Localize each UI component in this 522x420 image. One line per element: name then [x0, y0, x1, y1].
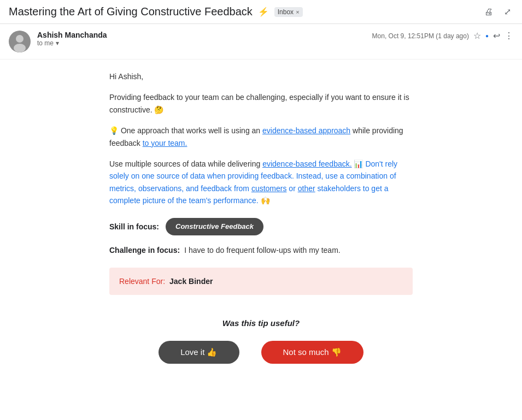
sender-row: Ashish Manchanda to me ▾ Mon, Oct 9, 12:… [0, 24, 522, 60]
open-icon[interactable]: ⤢ [501, 6, 513, 18]
inbox-label: Inbox [278, 8, 294, 16]
sender-name: Ashish Manchanda [37, 31, 366, 39]
reply-icon[interactable]: ↩ [493, 31, 500, 41]
skill-badge: Constructive Feedback [166, 218, 263, 236]
para2: 💡 One approach that works well is using … [109, 125, 413, 149]
greeting: Hi Ashish, [109, 70, 413, 82]
chevron-down-icon: ▾ [56, 39, 59, 47]
feedback-question: Was this tip useful? [109, 317, 413, 330]
skill-label: Skill in focus: [109, 221, 159, 233]
evidence-feedback-link[interactable]: evidence-based feedback. [262, 159, 351, 168]
skill-row: Skill in focus: Constructive Feedback [109, 218, 413, 236]
sender-date: Mon, Oct 9, 12:51PM (1 day ago) [372, 32, 469, 40]
email-body: Hi Ashish, Providing feedback to your te… [0, 60, 522, 391]
header-left: Mastering the Art of Giving Constructive… [9, 5, 303, 18]
para3: Use multiple sources of data while deliv… [109, 158, 413, 207]
evidence-link[interactable]: evidence-based approach [262, 126, 350, 135]
not-so-much-button[interactable]: Not so much 👎 [261, 341, 363, 364]
inbox-badge[interactable]: Inbox × [274, 7, 303, 17]
sender-row-right: Mon, Oct 9, 12:51PM (1 day ago) ☆ ● ↩ ⋮ [372, 31, 513, 41]
other-link[interactable]: other [298, 184, 315, 193]
email-title: Mastering the Art of Giving Constructive… [9, 5, 253, 18]
avatar [9, 31, 31, 52]
para1: Providing feedback to your team can be c… [109, 91, 413, 116]
star-icon[interactable]: ☆ [473, 31, 481, 41]
sender-to[interactable]: to me ▾ [37, 39, 366, 47]
challenge-text: I have to do frequent follow-ups with my… [184, 244, 341, 256]
to-label: to me [37, 39, 54, 47]
lightning-icon: ⚡ [258, 7, 269, 17]
header-right: 🖨 ⤢ [483, 6, 513, 18]
sender-info: Ashish Manchanda to me ▾ [37, 31, 366, 47]
print-icon[interactable]: 🖨 [483, 6, 495, 18]
challenge-row: Challenge in focus: I have to do frequen… [109, 244, 413, 256]
feedback-section: Was this tip useful? Love it 👍 Not so mu… [109, 311, 413, 380]
header-bar: Mastering the Art of Giving Constructive… [0, 0, 522, 24]
svg-point-1 [16, 35, 24, 43]
online-dot-icon: ● [485, 33, 489, 39]
relevant-name: Jack Binder [169, 275, 213, 287]
relevant-box: Relevant For: Jack Binder [109, 268, 413, 295]
challenge-label: Challenge in focus: [109, 244, 180, 256]
team-link[interactable]: to your team. [143, 139, 187, 147]
love-it-button[interactable]: Love it 👍 [159, 341, 239, 364]
feedback-buttons: Love it 👍 Not so much 👎 [109, 341, 413, 364]
customers-link[interactable]: customers [251, 184, 287, 193]
close-inbox-icon[interactable]: × [296, 9, 299, 15]
more-options-icon[interactable]: ⋮ [505, 31, 513, 41]
relevant-label: Relevant For: [119, 275, 165, 287]
svg-point-2 [14, 44, 26, 52]
